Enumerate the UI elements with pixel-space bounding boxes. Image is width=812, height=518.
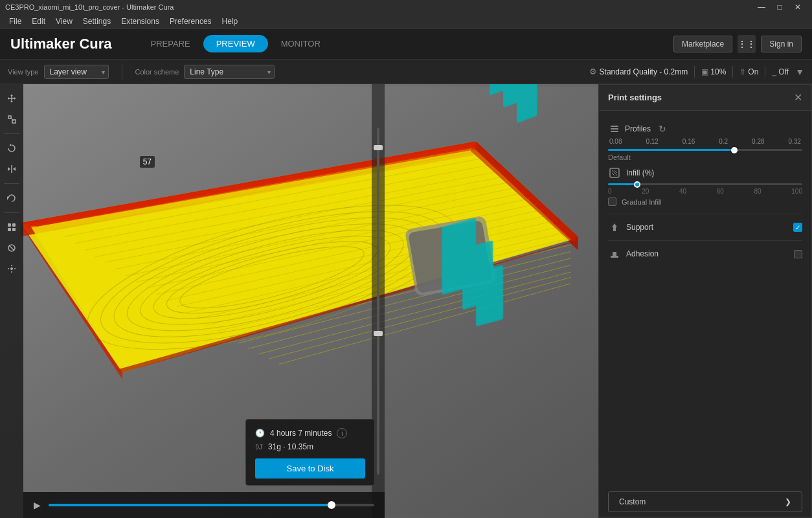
menu-preferences[interactable]: Preferences (164, 16, 217, 27)
color-scheme-select[interactable]: Line Type (184, 65, 275, 79)
color-scheme-group: Color scheme Line Type (135, 65, 275, 79)
color-scheme-label: Color scheme (135, 68, 179, 76)
adhesion-section-icon (608, 247, 621, 260)
adhesion-group: ⎯ Off (772, 67, 789, 76)
view-type-select[interactable]: Layer view (44, 65, 109, 79)
custom-button[interactable]: Custom ❯ (608, 491, 802, 512)
logo-bold: Cura (79, 36, 111, 52)
infill-marker-0: 0 (608, 188, 612, 195)
scale-tool-button[interactable] (3, 110, 21, 128)
layer-thumb-bottom[interactable] (374, 331, 383, 336)
menu-edit[interactable]: Edit (27, 16, 51, 27)
menu-extensions[interactable]: Extensions (116, 16, 164, 27)
svg-rect-47 (476, 265, 503, 326)
profiles-slider-fill (608, 149, 734, 151)
adhesion-icon: ⎯ (772, 67, 776, 76)
marketplace-button[interactable]: Marketplace (673, 36, 732, 52)
info-button[interactable]: i (337, 428, 347, 438)
layer-track[interactable] (377, 128, 379, 475)
undo-button[interactable] (3, 189, 21, 207)
support-blocker-button[interactable] (3, 239, 21, 257)
profile-val-2: 0.16 (682, 138, 695, 145)
main-area: 57 ▶ 🕐 4 hours 7 minutes i 🆐 31g · (0, 84, 812, 518)
profile-val-4: 0.28 (752, 138, 764, 145)
svg-line-73 (612, 173, 615, 175)
tab-preview[interactable]: PREVIEW (203, 35, 268, 52)
playback-bar: ▶ (23, 492, 385, 518)
play-button[interactable]: ▶ (34, 500, 41, 510)
mirror-tool-button[interactable] (3, 160, 21, 178)
timeline-track[interactable] (49, 504, 374, 506)
svg-rect-54 (8, 116, 11, 118)
svg-rect-68 (611, 128, 618, 130)
profiles-reset-button[interactable]: ↻ (659, 124, 666, 134)
quality-text: Standard Quality - 0.2mm (600, 67, 688, 76)
profile-val-1: 0.12 (646, 138, 658, 145)
quality-icon: ⚙ (589, 67, 597, 76)
material-value: 31g · 10.35m (268, 442, 313, 451)
profile-val-3: 0.2 (719, 138, 728, 145)
support-value: On (748, 67, 758, 76)
left-toolbar (0, 84, 23, 518)
gradual-infill-checkbox[interactable] (608, 197, 616, 206)
menu-view[interactable]: View (51, 16, 78, 27)
svg-rect-69 (611, 131, 618, 132)
titlebar: CE3PRO_xiaomi_mi_10t_pro_cover - Ultimak… (0, 0, 812, 14)
ps-close-button[interactable]: ✕ (794, 91, 802, 104)
svg-rect-60 (8, 223, 11, 227)
rotate-tool-button[interactable] (3, 139, 21, 157)
per-model-button[interactable] (3, 218, 21, 236)
infill-section: Infill (%) 0 20 40 60 80 100 (608, 161, 802, 214)
save-to-disk-button[interactable]: Save to Disk (255, 458, 365, 479)
profiles-section: Profiles ↻ (608, 117, 802, 135)
profiles-slider[interactable] (608, 149, 802, 151)
tab-prepare[interactable]: PREPARE (138, 35, 203, 52)
menu-file[interactable]: File (4, 16, 27, 27)
menu-help[interactable]: Help (217, 16, 243, 27)
signin-button[interactable]: Sign in (761, 36, 802, 52)
extra-tool-button[interactable] (3, 260, 21, 278)
time-row: 🕐 4 hours 7 minutes i (255, 426, 365, 440)
header: Ultimaker Cura PREPARE PREVIEW MONITOR M… (0, 28, 812, 60)
infill-group: ▣ 10% (701, 67, 726, 76)
infill-slider-fill (608, 183, 637, 185)
header-right: Marketplace ⋮⋮ Sign in (673, 35, 802, 53)
profiles-slider-thumb[interactable] (731, 147, 738, 153)
adhesion-checkbox[interactable] (794, 250, 802, 258)
timeline-thumb[interactable] (328, 501, 335, 509)
support-checkbox[interactable]: ✓ (793, 223, 802, 232)
close-button[interactable]: ✕ (789, 0, 807, 14)
titlebar-controls: — □ ✕ (752, 0, 807, 14)
timeline-fill (49, 504, 335, 506)
infill-header: Infill (%) (608, 166, 802, 179)
quality-dropdown-icon[interactable]: ▼ (795, 67, 804, 77)
profile-val-0: 0.08 (609, 138, 622, 145)
grid-icon[interactable]: ⋮⋮ (738, 35, 756, 53)
svg-line-72 (615, 170, 617, 173)
quality-settings-group: ⚙ Standard Quality - 0.2mm (589, 67, 688, 76)
left-sep3 (4, 212, 19, 213)
profile-val-5: 0.32 (788, 138, 800, 145)
support-icon: ⇧ (739, 67, 746, 76)
left-sep1 (4, 133, 19, 134)
support-label: Support (626, 223, 788, 232)
left-sep2 (4, 183, 19, 184)
menubar: File Edit View Settings Extensions Prefe… (0, 14, 812, 28)
tab-monitor[interactable]: MONITOR (268, 35, 333, 52)
ps-content: Profiles ↻ 0.08 0.12 0.16 0.2 0.28 0.32 … (599, 111, 811, 486)
svg-marker-58 (8, 167, 10, 171)
viewport[interactable]: 57 ▶ 🕐 4 hours 7 minutes i 🆐 31g · (0, 84, 598, 518)
menu-settings[interactable]: Settings (78, 16, 116, 27)
infill-label: Infill (%) (626, 168, 654, 177)
maximize-button[interactable]: □ (771, 0, 789, 14)
profiles-default-label: Default (608, 153, 802, 161)
minimize-button[interactable]: — (752, 0, 771, 14)
infill-slider[interactable] (608, 183, 802, 185)
svg-rect-74 (611, 256, 618, 258)
clock-icon: 🕐 (255, 429, 265, 438)
layer-thumb-top[interactable] (374, 145, 383, 150)
infill-marker-40: 40 (679, 188, 686, 195)
infill-slider-thumb[interactable] (634, 181, 640, 188)
adhesion-label: Adhesion (626, 249, 789, 258)
move-tool-button[interactable] (3, 89, 21, 107)
